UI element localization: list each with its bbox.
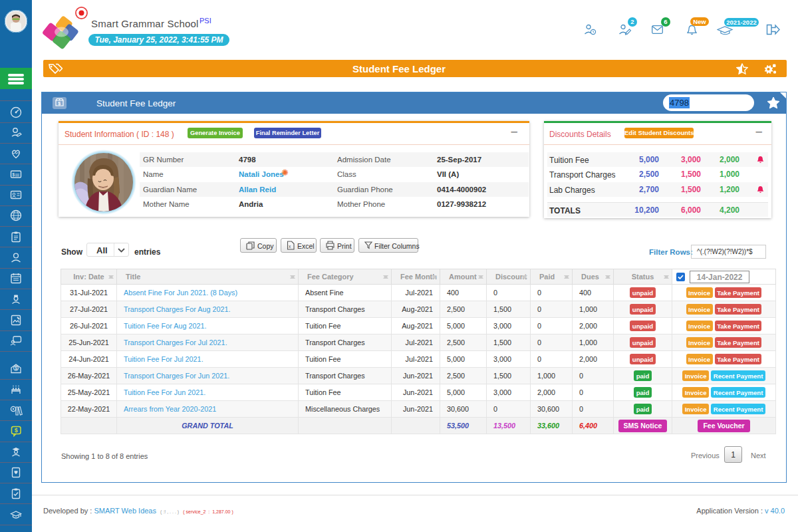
svg-text:$: $ xyxy=(15,427,18,434)
svg-text:$: $ xyxy=(13,172,15,178)
svg-text:$: $ xyxy=(58,101,61,106)
svg-text:$: $ xyxy=(15,366,17,371)
svg-text:x: x xyxy=(289,244,291,249)
